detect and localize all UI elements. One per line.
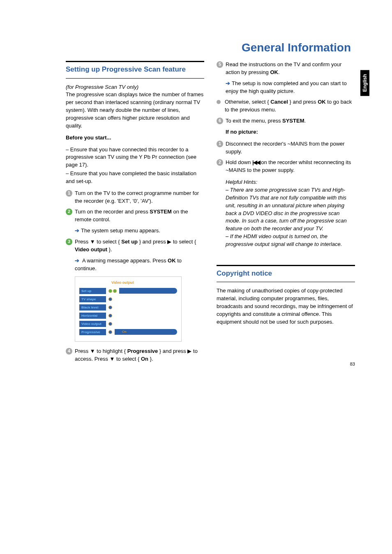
menu-label: Progressive (79, 329, 106, 336)
menu-label: Horizontal (79, 313, 106, 319)
step-4-text: Press ▼ to highlight { Progressive } and… (75, 348, 204, 363)
text: Read the instructions on the TV and conf… (226, 61, 341, 75)
step-2-sub: The system setup menu appears. (66, 227, 204, 235)
text: }. (148, 356, 153, 362)
text-bold: SYSTEM (150, 209, 171, 215)
step-4: 4 Press ▼ to highlight { Progressive } a… (66, 348, 204, 363)
menu-label: TV shape (79, 296, 106, 303)
step-number-icon: 2 (66, 209, 72, 215)
menu-node-icon (108, 306, 112, 309)
step-3-text: Press ▼ to select { Set up } and press ▶… (75, 238, 204, 254)
right-column: 5 Read the instructions on the TV and co… (217, 61, 355, 366)
menu-bar: On (115, 329, 177, 335)
menu-row: Set up (79, 287, 177, 294)
intro-paragraph: (for Progressive Scan TV only) The progr… (66, 83, 204, 130)
text-bold: Cancel (270, 99, 288, 105)
menu-header: Video output (111, 280, 177, 285)
step-number-icon: 6 (217, 118, 223, 124)
section-header-copyright: Copyright notice (217, 265, 355, 283)
menu-node-icon (108, 297, 112, 301)
bullet-text: Otherwise, select { Cancel } and press O… (225, 98, 355, 114)
menu-label: Black level (79, 304, 106, 311)
menu-label: Video output (79, 321, 106, 327)
text-bold: Video output (75, 246, 107, 253)
menu-node-icon (108, 314, 112, 318)
page-title: General Information (66, 41, 355, 54)
step-number-icon: 3 (66, 239, 72, 245)
content-columns: Setting up Progressive Scan feature (for… (66, 61, 355, 366)
menu-row: Progressive On (79, 328, 177, 336)
step-5: 5 Read the instructions on the TV and co… (217, 61, 355, 76)
text-bold: Set up (121, 239, 138, 245)
menu-row: Black level (79, 304, 177, 311)
section-heading: Setting up Progressive Scan feature (66, 65, 204, 75)
step-6-text: To exit the menu, press SYSTEM. (226, 117, 355, 125)
before-item-2: – Ensure that you have completed the bas… (66, 170, 204, 185)
step-5-text: Read the instructions on the TV and conf… (226, 61, 355, 76)
step-number-icon: 1 (217, 141, 223, 147)
nopic-step-2-text: Hold down |◀◀ on the recorder whilst rec… (226, 159, 355, 174)
step-number-icon: 4 (66, 348, 72, 355)
text: To exit the menu, press (226, 118, 282, 124)
text: Press ▼ to select { (75, 239, 121, 245)
text: Otherwise, select { (225, 99, 270, 105)
text-bold: SYSTEM (282, 118, 304, 124)
menu-node-icon (108, 330, 112, 334)
step-number-icon: 5 (217, 61, 223, 68)
step-2: 2 Turn on the recorder and press SYSTEM … (66, 208, 204, 224)
section-heading: Copyright notice (217, 269, 355, 279)
text: . (278, 69, 280, 75)
intro-body: The progressive scan displays twice the … (66, 91, 203, 128)
text-bold: OK (168, 257, 176, 264)
page: English General Information Setting up P… (0, 0, 392, 387)
text: } and press ▶ to select { (138, 239, 196, 245)
nopic-step-1-text: Disconnect the recorder's ~MAINS from th… (226, 140, 355, 156)
text: Hold down (226, 159, 252, 165)
step-5-sub: The setup is now completed and you can s… (217, 80, 355, 95)
text: } and press (288, 99, 318, 105)
menu-screenshot: Video output Set up TV shape Black level… (75, 276, 182, 342)
text: A warning message appears. Press (82, 257, 168, 264)
step-number-icon: 1 (66, 190, 72, 197)
text-bold: OK (318, 99, 326, 105)
hints-title: Helpful Hints: (226, 178, 355, 186)
page-number: 83 (350, 362, 355, 366)
section-header-progressive: Setting up Progressive Scan feature (66, 61, 204, 79)
bullet-icon (217, 100, 221, 104)
language-tab: English (360, 70, 369, 96)
menu-row: Video output (79, 320, 177, 327)
copyright-body: The making of unauthorised copies of cop… (217, 287, 355, 326)
bullet-cancel: Otherwise, select { Cancel } and press O… (217, 98, 355, 114)
text-bold: OK (270, 69, 278, 75)
menu-node-icon (108, 289, 112, 293)
hints-block: Helpful Hints: – There are some progress… (217, 178, 355, 248)
text: }. (107, 246, 112, 253)
step-3: 3 Press ▼ to select { Set up } and press… (66, 238, 204, 254)
no-picture-title: If no picture: (217, 128, 355, 136)
nopic-step-2: 2 Hold down |◀◀ on the recorder whilst r… (217, 159, 355, 174)
hints-2: – If the HDMI video output is turned on,… (226, 233, 355, 248)
step-1-text: Turn on the TV to the correct programme … (75, 190, 204, 205)
intro-italic: (for Progressive Scan TV only) (66, 84, 138, 90)
before-title: Before you start... (66, 134, 204, 142)
menu-bar (119, 288, 177, 294)
menu-node-icon (108, 322, 112, 326)
menu-row: Horizontal (79, 312, 177, 319)
step-1: 1 Turn on the TV to the correct programm… (66, 190, 204, 205)
rewind-icon: |◀◀ (252, 159, 260, 165)
text-bold: Progressive (127, 348, 158, 354)
step-number-icon: 2 (217, 159, 223, 166)
menu-row: TV shape (79, 295, 177, 303)
text: Press ▼ to highlight { (75, 348, 127, 354)
before-item-1: – Ensure that you have connected this re… (66, 146, 204, 169)
text: . (304, 118, 306, 124)
text: Turn on the recorder and press (75, 209, 150, 215)
nopic-step-1: 1 Disconnect the recorder's ~MAINS from … (217, 140, 355, 156)
menu-on-label: On (115, 330, 127, 334)
menu-label: Set up (79, 288, 106, 294)
text-bold: On (141, 356, 148, 362)
step-2-text: Turn on the recorder and press SYSTEM on… (75, 208, 204, 224)
menu-node-icon (113, 289, 117, 293)
hints-1: – There are some progressive scan TVs an… (226, 186, 355, 233)
step-6: 6 To exit the menu, press SYSTEM. (217, 117, 355, 125)
